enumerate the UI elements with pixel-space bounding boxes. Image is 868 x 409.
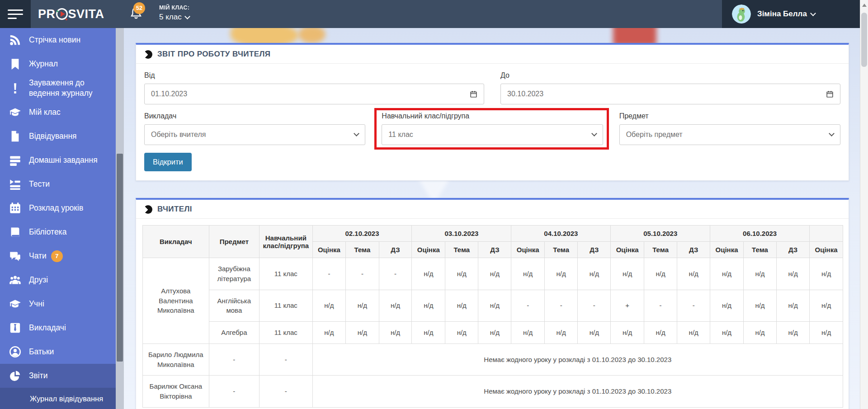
table-subheader: Оцінка	[412, 242, 445, 258]
calendar-icon	[9, 202, 21, 214]
sidebar-item[interactable]: Зауваження до ведення журналу	[0, 76, 116, 100]
sidebar-item[interactable]: Друзі	[0, 268, 116, 292]
sidebar-item-label: Звіти	[29, 371, 48, 381]
page-scrollbar-thumb[interactable]	[861, 13, 867, 67]
value-cell: н/д	[611, 258, 644, 290]
value-cell: -	[346, 258, 379, 290]
page-scrollbar[interactable]	[860, 0, 868, 409]
my-class-widget: МІЙ КЛАС: 5 клас	[159, 5, 189, 22]
tests-icon	[9, 178, 21, 190]
sidebar-item[interactable]: Розклад уроків	[0, 196, 116, 220]
notifications-button[interactable]: 52	[129, 6, 145, 22]
card-title: ВЧИТЕЛІ	[157, 205, 192, 214]
sidebar-item-label: Журнал	[29, 59, 58, 69]
user-name: Зіміна Белла	[757, 9, 807, 19]
my-class-select[interactable]: 5 клас	[159, 13, 189, 22]
table-date-header: 03.10.2023	[412, 226, 511, 242]
value-cell: -	[379, 258, 412, 290]
sidebar-item[interactable]: Чати7	[0, 244, 116, 268]
value-cell: н/д	[743, 258, 776, 290]
chevron-down-icon	[354, 131, 359, 136]
hamburger-icon	[8, 7, 23, 22]
table-header: Навчальний клас/підгрупа	[259, 226, 313, 258]
sidebar-item[interactable]: Тести	[0, 172, 116, 196]
notifications-count-badge: 52	[133, 2, 145, 14]
class-select[interactable]: 11 клас	[382, 124, 603, 145]
table-row: Англійська мова11 класн/дн/дн/дн/дн/дн/д…	[143, 290, 843, 322]
sidebar-item[interactable]: Журнал відвідування	[0, 388, 116, 409]
sidebar-item[interactable]: Батьки	[0, 340, 116, 364]
chevron-down-icon	[810, 10, 816, 16]
value-cell: н/д	[445, 290, 478, 322]
calendar-icon[interactable]	[826, 90, 834, 98]
scroll-up-icon[interactable]	[862, 4, 867, 7]
value-cell: н/д	[312, 290, 346, 322]
teacher-name-cell: Алтухова Валентина Миколаївна	[143, 258, 209, 344]
pie-chart-icon	[142, 48, 154, 61]
date-to-input[interactable]: 30.10.2023	[500, 84, 840, 104]
graduation-cap-icon	[9, 298, 21, 310]
subject-cell: Алгебра	[209, 322, 259, 344]
sidebar-item-label: Мій клас	[29, 107, 61, 118]
sidebar-item[interactable]: Журнал	[0, 52, 116, 76]
value-cell: н/д	[644, 258, 677, 290]
sidebar-item[interactable]: Звіти	[0, 364, 116, 388]
sidebar-item-label: Друзі	[29, 275, 48, 285]
sidebar-item-label: Бібліотека	[29, 227, 66, 237]
value-cell: н/д	[511, 258, 545, 290]
sidebar-item[interactable]: Стрічка новин	[0, 28, 116, 52]
value-cell: н/д	[545, 258, 578, 290]
teacher-field: Викладач Оберіть вчителя	[144, 112, 365, 145]
bookmark-icon	[9, 58, 21, 70]
sidebar-item-label: Викладачі	[29, 323, 66, 333]
table-subheader: Тема	[346, 242, 379, 258]
subject-cell: Англійська мова	[209, 290, 259, 322]
user-menu[interactable]: Зіміна Белла	[722, 0, 860, 28]
card-header: ВЧИТЕЛІ	[136, 200, 849, 219]
table-date-header: 02.10.2023	[312, 226, 412, 242]
table-subheader: ДЗ	[677, 242, 710, 258]
parent-icon	[9, 346, 21, 358]
table-subheader: Оцінка	[511, 242, 545, 258]
value-cell: -	[511, 290, 545, 322]
table-row: Барилюк Оксана Вікторівна--Немає жодного…	[143, 376, 843, 408]
table-subheader: Тема	[445, 242, 478, 258]
sidebar-scrollbar-thumb[interactable]	[117, 154, 123, 362]
date-from-input[interactable]: 01.10.2023	[144, 84, 484, 104]
date-to-field: До 30.10.2023	[500, 71, 840, 104]
homework-icon	[9, 154, 21, 166]
card-title: ЗВІТ ПРО РОБОТУ ВЧИТЕЛЯ	[157, 50, 270, 59]
value-cell: н/д	[710, 322, 744, 344]
table-row: Алтухова Валентина МиколаївнаЗарубіжна л…	[143, 258, 843, 290]
menu-toggle-button[interactable]	[0, 0, 31, 28]
class-cell: 11 клас	[259, 322, 313, 344]
value-cell: н/д	[412, 322, 445, 344]
value-cell: +	[611, 290, 644, 322]
table-date-header-clipped	[810, 226, 843, 242]
sidebar-item-label: Журнал відвідування	[30, 394, 103, 404]
value-cell: н/д	[412, 290, 445, 322]
sidebar-item[interactable]: Домашні завдання	[0, 148, 116, 172]
teacher-name-cell: Барило Людмила Миколаївна	[143, 343, 209, 376]
value-cell: н/д	[445, 258, 478, 290]
sidebar-scrollbar[interactable]	[116, 28, 124, 409]
table-header: Предмет	[209, 226, 259, 258]
sidebar-item[interactable]: Відвідування	[0, 124, 116, 148]
table-subheader: Тема	[743, 242, 776, 258]
value-cell: н/д	[511, 322, 545, 344]
sidebar-item[interactable]: Мій клас	[0, 100, 116, 124]
subject-select[interactable]: Оберіть предмет	[619, 124, 840, 145]
sidebar-item-label: Домашні завдання	[29, 155, 98, 165]
teacher-select[interactable]: Оберіть вчителя	[144, 124, 365, 145]
calendar-icon[interactable]	[470, 90, 477, 98]
date-to-label: До	[500, 71, 840, 80]
sidebar-item[interactable]: Учні	[0, 292, 116, 316]
sidebar-item[interactable]: Викладачі	[0, 316, 116, 340]
graduation-cap-icon	[9, 106, 21, 118]
rss-icon	[9, 34, 21, 46]
subject-label: Предмет	[619, 112, 840, 120]
value-cell: н/д	[478, 258, 511, 290]
sidebar-item[interactable]: Бібліотека	[0, 220, 116, 244]
open-button[interactable]: Відкрити	[144, 153, 192, 171]
chevron-down-icon	[184, 14, 190, 19]
